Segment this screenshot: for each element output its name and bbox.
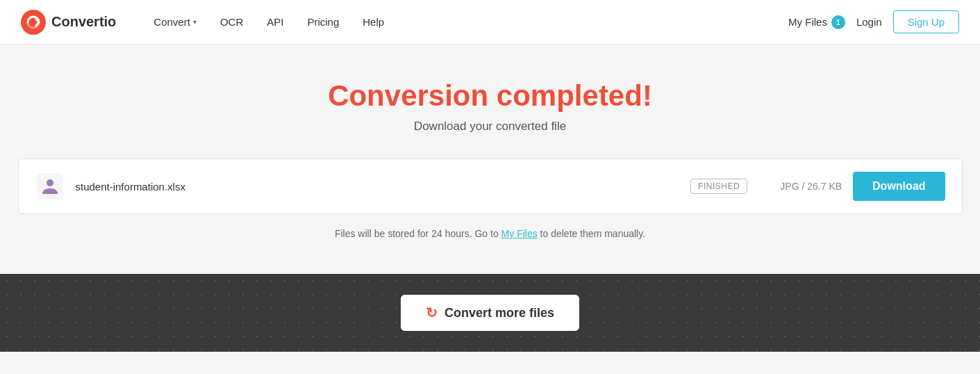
header: Convertio Convert ▾ OCR API Pricing Help… xyxy=(0,0,980,44)
convert-more-label: Convert more files xyxy=(445,306,554,320)
header-right: My Files 1 Login Sign Up xyxy=(788,10,959,33)
completion-title: Conversion completed! xyxy=(328,79,652,113)
logo[interactable]: Convertio xyxy=(21,10,116,35)
chevron-down-icon: ▾ xyxy=(193,18,197,26)
dark-section: ↻ Convert more files xyxy=(0,274,980,352)
my-files-badge: 1 xyxy=(831,15,845,29)
convert-more-button[interactable]: ↻ Convert more files xyxy=(401,295,579,331)
nav-pricing[interactable]: Pricing xyxy=(297,10,349,33)
svg-point-0 xyxy=(21,10,46,35)
logo-icon xyxy=(21,10,46,35)
main-content: Conversion completed! Download your conv… xyxy=(0,44,980,274)
login-button[interactable]: Login xyxy=(856,16,882,28)
file-card: student-information.xlsx FINISHED JPG / … xyxy=(18,158,963,214)
file-icon-wrap xyxy=(35,172,65,201)
main-nav: Convert ▾ OCR API Pricing Help xyxy=(144,10,788,33)
signup-button[interactable]: Sign Up xyxy=(893,10,959,33)
info-text-after: to delete them manually. xyxy=(538,228,645,239)
nav-convert[interactable]: Convert ▾ xyxy=(144,10,206,33)
svg-point-2 xyxy=(47,179,53,186)
file-name: student-information.xlsx xyxy=(76,181,680,193)
nav-api[interactable]: API xyxy=(257,10,293,33)
my-files-button[interactable]: My Files 1 xyxy=(788,15,845,29)
download-button[interactable]: Download xyxy=(853,172,945,201)
nav-ocr[interactable]: OCR xyxy=(210,10,253,33)
info-bar: Files will be stored for 24 hours. Go to… xyxy=(18,214,963,253)
completion-subtitle: Download your converted file xyxy=(414,120,566,133)
xlsx-icon xyxy=(37,173,63,200)
file-size-info: JPG / 26.7 KB xyxy=(758,181,842,192)
my-files-label: My Files xyxy=(788,16,827,28)
logo-text: Convertio xyxy=(51,14,116,30)
refresh-icon: ↻ xyxy=(426,304,438,321)
info-text-before: Files will be stored for 24 hours. Go to xyxy=(335,228,501,239)
my-files-link[interactable]: My Files xyxy=(501,228,538,239)
nav-help[interactable]: Help xyxy=(353,10,394,33)
status-badge: FINISHED xyxy=(690,179,747,194)
